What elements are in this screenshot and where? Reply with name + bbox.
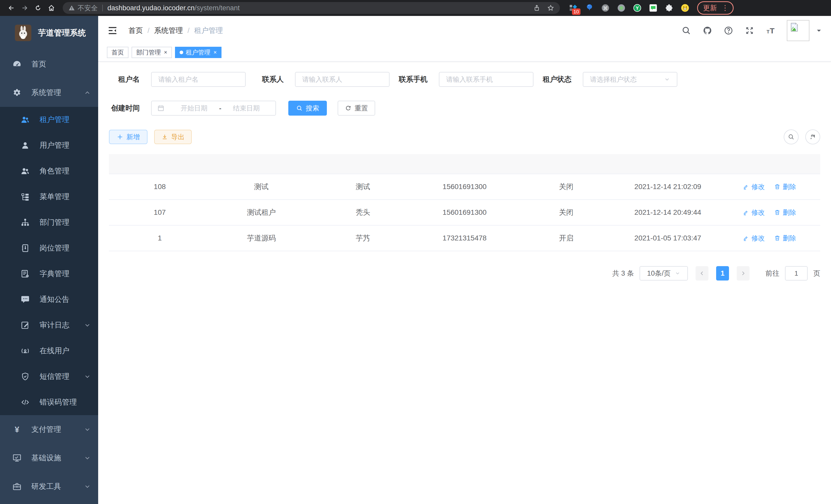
role-icon <box>20 166 30 176</box>
app-title: 芋道管理系统 <box>38 28 86 38</box>
close-icon[interactable]: × <box>164 49 167 56</box>
sidebar-item[interactable]: 岗位管理 <box>0 235 98 261</box>
total-count: 共 3 条 <box>612 269 634 278</box>
sidebar-logo-row[interactable]: 芋道管理系统 <box>0 16 98 50</box>
browser-forward-icon[interactable] <box>19 2 30 13</box>
delete-link[interactable]: 删除 <box>774 208 796 217</box>
mobile-input[interactable] <box>439 72 534 87</box>
sidebar-item-label: 字典管理 <box>39 269 91 279</box>
url-path[interactable]: /system/tenant <box>195 4 240 12</box>
sidebar-item[interactable]: ¥ 支付管理 <box>0 415 98 444</box>
delete-link[interactable]: 删除 <box>774 234 796 243</box>
fullscreen-icon[interactable] <box>745 26 754 35</box>
help-icon[interactable] <box>724 26 733 35</box>
tenant-name-input[interactable] <box>151 72 246 87</box>
tab[interactable]: 部门管理 × <box>132 47 172 58</box>
url-host[interactable]: dashboard.yudao.iocoder.cn <box>107 4 195 12</box>
sidebar-item[interactable]: 错误码管理 <box>0 389 98 415</box>
breadcrumb-separator: / <box>147 26 149 35</box>
breadcrumb-item[interactable]: 系统管理 / <box>154 26 194 35</box>
tab[interactable]: 租户管理 × <box>175 47 222 58</box>
insecure-warning-icon <box>68 5 75 11</box>
sidebar-item-label: 部门管理 <box>39 217 91 228</box>
edit-link[interactable]: 修改 <box>743 208 765 217</box>
refresh-table-button[interactable] <box>805 129 820 144</box>
toggle-search-button[interactable] <box>784 129 799 144</box>
current-page-button[interactable]: 1 <box>716 266 729 280</box>
sidebar-collapse-icon[interactable] <box>107 25 118 36</box>
sidebar-item[interactable]: 菜单管理 <box>0 184 98 210</box>
tab[interactable]: 首页 × <box>107 47 128 58</box>
start-date-placeholder[interactable]: 开始日期 <box>171 104 218 113</box>
edit-link[interactable]: 修改 <box>743 234 765 243</box>
close-icon[interactable]: × <box>213 49 217 56</box>
extension-green-dot-icon[interactable] <box>617 3 626 13</box>
sidebar-item[interactable]: 部门管理 <box>0 210 98 235</box>
address-bar[interactable]: 不安全 dashboard.yudao.iocoder.cn /system/t… <box>63 2 560 14</box>
create-time-range-picker[interactable]: 开始日期 - 结束日期 <box>151 101 276 116</box>
share-icon[interactable] <box>533 4 540 11</box>
sidebar-item[interactable]: 首页 <box>0 50 98 78</box>
bookmark-star-icon[interactable] <box>547 4 554 11</box>
export-button[interactable]: 导出 <box>154 130 192 144</box>
table-header-row <box>109 154 820 174</box>
tenant-status-select[interactable]: 请选择租户状态 <box>583 72 677 87</box>
sidebar-item[interactable]: 系统管理 <box>0 78 98 107</box>
sidebar-item[interactable]: 通知公告 <box>0 287 98 313</box>
table-header-cell <box>617 154 718 174</box>
extension-command-icon[interactable]: ⌘ <box>601 3 610 13</box>
refresh-icon <box>809 134 816 140</box>
tab-label: 部门管理 <box>136 48 161 57</box>
sidebar-item[interactable]: 基础设施 <box>0 444 98 472</box>
sidebar-item[interactable]: 用户管理 <box>0 132 98 158</box>
sidebar-item[interactable]: 短信管理 <box>0 364 98 389</box>
github-icon[interactable] <box>703 26 712 35</box>
settings-icon <box>12 88 22 98</box>
extension-emoji-icon[interactable] <box>680 3 690 13</box>
browser-menu-icon[interactable]: ⋮ <box>721 4 729 11</box>
page-size-select[interactable]: 10条/页 <box>639 266 688 280</box>
breadcrumb-item[interactable]: 租户管理 / <box>194 26 223 35</box>
browser-home-icon[interactable] <box>46 2 57 13</box>
sidebar-item[interactable]: 在线用户 <box>0 338 98 364</box>
sidebar-item-label: 支付管理 <box>31 424 84 435</box>
font-size-icon[interactable]: TT <box>766 26 775 35</box>
sidebar-item[interactable]: 审计日志 <box>0 313 98 338</box>
dept-tree-icon <box>20 217 30 227</box>
add-button[interactable]: 新增 <box>109 130 147 144</box>
security-label[interactable]: 不安全 <box>78 4 98 12</box>
next-page-button[interactable] <box>737 266 749 280</box>
extension-puzzle-icon[interactable] <box>664 3 674 13</box>
refresh-icon <box>345 105 351 112</box>
search-button[interactable]: 搜索 <box>288 101 327 116</box>
cell-contact: 秃头 <box>312 200 414 225</box>
breadcrumb-item[interactable]: 首页 / <box>128 26 154 35</box>
browser-back-icon[interactable] <box>6 2 17 13</box>
end-date-placeholder[interactable]: 结束日期 <box>223 104 270 113</box>
sidebar-item-label: 研发工具 <box>31 481 84 492</box>
extension-diamond-icon[interactable]: 10 <box>569 3 578 13</box>
chevron-up-icon <box>84 89 91 96</box>
edit-link[interactable]: 修改 <box>743 182 765 191</box>
extension-y-icon[interactable]: Y <box>632 3 642 13</box>
browser-update-button[interactable]: 更新 ⋮ <box>697 1 734 14</box>
header-search-icon[interactable] <box>682 26 691 35</box>
goto-page-input[interactable] <box>785 266 808 280</box>
sms-shield-icon <box>20 372 30 382</box>
sidebar-item[interactable]: 租户管理 <box>0 107 98 132</box>
user-avatar[interactable] <box>787 20 822 41</box>
sidebar-item[interactable]: 角色管理 <box>0 158 98 184</box>
caret-down-icon[interactable] <box>815 27 822 34</box>
contact-input[interactable] <box>295 72 390 87</box>
sidebar-item[interactable]: 研发工具 <box>0 472 98 501</box>
sidebar-item-label: 用户管理 <box>39 140 91 151</box>
prev-page-button[interactable] <box>695 266 709 280</box>
delete-link[interactable]: 删除 <box>774 182 796 191</box>
browser-reload-icon[interactable] <box>32 2 44 13</box>
sidebar-item-label: 首页 <box>31 59 91 69</box>
sidebar-item[interactable]: 字典管理 <box>0 261 98 287</box>
extension-chat-icon[interactable] <box>648 3 658 13</box>
reset-button[interactable]: 重置 <box>338 101 375 116</box>
extension-balloon-icon[interactable] <box>584 3 594 13</box>
extension-toolbar: 10 ⌘ Y <box>569 3 690 13</box>
